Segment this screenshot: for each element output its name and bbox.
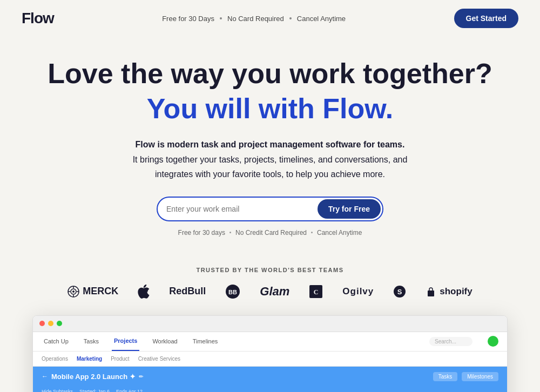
subnav-creative[interactable]: Creative Services xyxy=(138,356,180,362)
tab-catchup[interactable]: Catch Up xyxy=(42,332,71,351)
logo-bb: BB xyxy=(225,284,240,299)
logo-carhartt: C xyxy=(309,285,323,299)
svg-text:BB: BB xyxy=(228,289,237,295)
browser-bar xyxy=(33,316,507,332)
subnav-product[interactable]: Product xyxy=(111,356,129,362)
tab-timelines[interactable]: Timelines xyxy=(191,332,220,351)
sub-nav: Operations Marketing Product Creative Se… xyxy=(33,352,507,367)
logo-shopify: shopify xyxy=(426,286,472,297)
back-arrow-icon[interactable]: ← xyxy=(42,373,48,380)
app-preview-desktop: Catch Up Tasks Projects Workload Timelin… xyxy=(32,315,508,392)
sort-control[interactable]: Sort by Manually ▼ xyxy=(461,389,498,392)
started-date: Started: Jan 6 xyxy=(79,389,110,392)
form-sub-notes: Free for 30 days No Credit Card Required… xyxy=(11,229,529,236)
email-input[interactable] xyxy=(166,200,318,218)
form-note-1: Free for 30 days xyxy=(178,229,225,236)
svg-point-2 xyxy=(72,290,75,293)
add-button[interactable] xyxy=(488,336,498,347)
logo-ogilvy: Ogilvy xyxy=(342,286,374,297)
ends-date: Ends Apr 12 xyxy=(116,389,143,392)
app-search[interactable]: Search... xyxy=(429,337,473,346)
app-nav: Catch Up Tasks Projects Workload Timelin… xyxy=(33,332,507,352)
nav-features: Free for 30 Days No Card Required Cancel… xyxy=(162,15,346,23)
logo-row: MERCK RedBull BB Glam C Ogilvy S xyxy=(0,284,540,299)
logo-merck: MERCK xyxy=(68,286,118,298)
project-header: ← Mobile App 2.0 Launch ✦ ✏ Tasks Milest… xyxy=(33,367,507,387)
subnav-operations[interactable]: Operations xyxy=(42,356,68,362)
hide-subtasks[interactable]: Hide Subtasks xyxy=(42,389,73,392)
project-actions: Tasks Milestones xyxy=(433,372,498,381)
browser-dot-red xyxy=(39,321,45,326)
navbar: Flow Free for 30 Days No Card Required C… xyxy=(0,0,540,37)
form-note-3: Cancel Anytime xyxy=(317,229,362,236)
hero-line2: You will with Flow. xyxy=(11,93,529,124)
tab-tasks[interactable]: Tasks xyxy=(82,332,101,351)
shopify-bag-icon xyxy=(426,286,436,297)
svg-text:C: C xyxy=(314,288,319,296)
get-started-button[interactable]: Get Started xyxy=(454,9,518,28)
try-for-free-button[interactable]: Try for Free xyxy=(318,199,381,219)
form-dot-1 xyxy=(230,232,231,233)
project-title: ← Mobile App 2.0 Launch ✦ ✏ xyxy=(42,373,143,381)
s-icon: S xyxy=(393,285,406,298)
logo-glam: Glam xyxy=(260,285,289,299)
hero-subtitle: Flow is modern task and project manageme… xyxy=(119,137,421,181)
browser-dot-yellow xyxy=(48,321,53,326)
trusted-label: TRUSTED BY THE WORLD'S BEST TEAMS xyxy=(0,267,540,273)
trusted-section: TRUSTED BY THE WORLD'S BEST TEAMS MERCK … xyxy=(0,267,540,310)
subnav-marketing[interactable]: Marketing xyxy=(77,356,102,362)
hero-line1: Love the way you work together? xyxy=(11,58,529,89)
feature-2: No Card Required xyxy=(227,15,284,23)
tab-projects[interactable]: Projects xyxy=(112,332,139,351)
feature-1: Free for 30 Days xyxy=(162,15,214,23)
logo-apple xyxy=(138,285,150,299)
feature-3: Cancel Anytime xyxy=(297,15,346,23)
apple-icon xyxy=(138,285,150,299)
project-subbar: Hide Subtasks Started: Jan 6 Ends Apr 12… xyxy=(33,387,507,392)
logo: Flow xyxy=(22,10,54,27)
bb-icon: BB xyxy=(225,284,240,299)
tab-workload[interactable]: Workload xyxy=(150,332,179,351)
nav-dot-2 xyxy=(289,17,292,19)
edit-icon[interactable]: ✏ xyxy=(139,374,143,380)
form-note-2: No Credit Card Required xyxy=(235,229,307,236)
milestones-button[interactable]: Milestones xyxy=(462,372,498,381)
carhartt-icon: C xyxy=(309,285,323,299)
nav-dot-1 xyxy=(220,17,222,19)
email-form: Try for Free xyxy=(157,197,383,221)
tasks-view-button[interactable]: Tasks xyxy=(433,372,458,381)
form-dot-2 xyxy=(311,232,313,233)
svg-text:S: S xyxy=(397,288,402,296)
logo-saatchi: S xyxy=(393,285,406,298)
hero-section: Love the way you work together? You will… xyxy=(0,37,540,247)
app-preview-wrapper: Catch Up Tasks Projects Workload Timelin… xyxy=(16,315,524,392)
svg-rect-13 xyxy=(428,290,434,296)
logo-redbull: RedBull xyxy=(169,286,206,297)
merck-icon xyxy=(68,286,79,298)
browser-dot-green xyxy=(57,321,62,326)
